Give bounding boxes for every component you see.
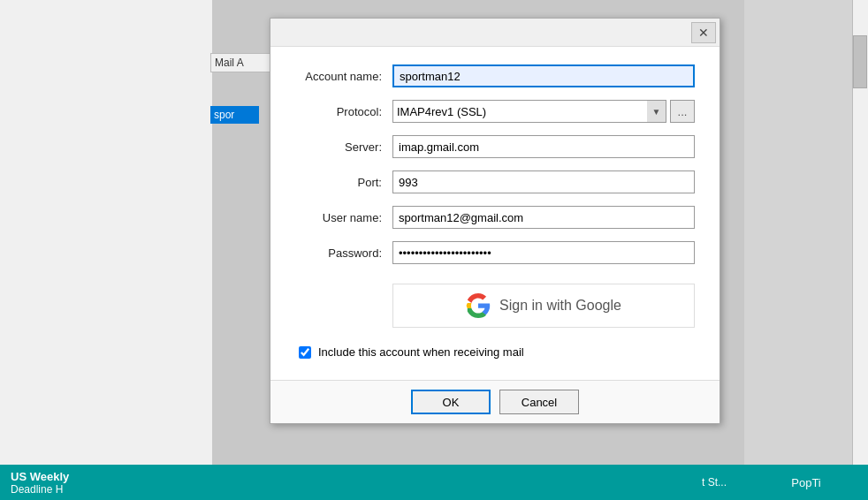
selected-account-item[interactable]: spor	[210, 106, 259, 124]
cancel-button[interactable]: Cancel	[499, 390, 579, 414]
left-panel: Mail A spor	[0, 0, 212, 500]
password-input[interactable]	[392, 241, 695, 264]
cancel-label: Cancel	[522, 396, 557, 409]
account-name-input[interactable]	[392, 64, 695, 87]
popti-label: PopTi	[744, 465, 868, 500]
port-input[interactable]	[392, 170, 695, 193]
include-account-label: Include this account when receiving mail	[318, 345, 524, 359]
dialog-footer: OK Cancel	[270, 380, 720, 423]
port-row: Port:	[295, 170, 695, 193]
account-name-label: Account name:	[295, 70, 392, 83]
username-input[interactable]	[392, 206, 695, 229]
server-label: Server:	[295, 140, 392, 154]
account-settings-dialog: ✕ Account name: Protocol: IMAP4rev1 (SSL…	[270, 18, 720, 424]
ok-button[interactable]: OK	[411, 390, 491, 414]
scrollbar-track	[852, 0, 868, 500]
password-label: Password:	[295, 246, 392, 260]
google-signin-label: Sign in with Google	[499, 298, 621, 314]
username-label: User name:	[295, 211, 392, 224]
google-logo-icon	[466, 293, 491, 318]
protocol-select-wrapper: IMAP4rev1 (SSL) ▼	[392, 100, 666, 123]
close-icon: ✕	[698, 26, 709, 40]
bottom-bar-content: US Weekly Deadline H t St... PopTi	[0, 465, 868, 500]
server-input[interactable]	[392, 135, 695, 158]
bottom-left-sub: Deadline H	[11, 483, 69, 496]
protocol-select[interactable]: IMAP4rev1 (SSL)	[392, 100, 666, 123]
ok-label: OK	[443, 396, 460, 409]
include-account-checkbox[interactable]	[299, 346, 311, 359]
protocol-row: Protocol: IMAP4rev1 (SSL) ▼ ...	[295, 100, 695, 123]
include-account-row: Include this account when receiving mail	[295, 345, 695, 359]
scrollbar-thumb[interactable]	[853, 35, 867, 88]
port-label: Port:	[295, 176, 392, 189]
password-row: Password:	[295, 241, 695, 264]
username-row: User name:	[295, 206, 695, 229]
account-name-row: Account name:	[295, 64, 695, 87]
close-button[interactable]: ✕	[691, 22, 716, 43]
bottom-right-text: t St...	[702, 476, 727, 489]
server-row: Server:	[295, 135, 695, 158]
dots-icon: ...	[678, 105, 688, 118]
dialog-titlebar: ✕	[270, 19, 720, 47]
bottom-left-top: US Weekly	[11, 470, 69, 483]
protocol-label: Protocol:	[295, 105, 392, 118]
protocol-dots-button[interactable]: ...	[670, 100, 695, 123]
right-panel	[744, 0, 868, 500]
google-signin-button[interactable]: Sign in with Google	[392, 284, 695, 328]
bottom-bar: US Weekly Deadline H t St... PopTi	[0, 465, 868, 500]
google-signin-row: Sign in with Google	[295, 277, 695, 335]
dialog-body: Account name: Protocol: IMAP4rev1 (SSL) …	[270, 47, 720, 380]
